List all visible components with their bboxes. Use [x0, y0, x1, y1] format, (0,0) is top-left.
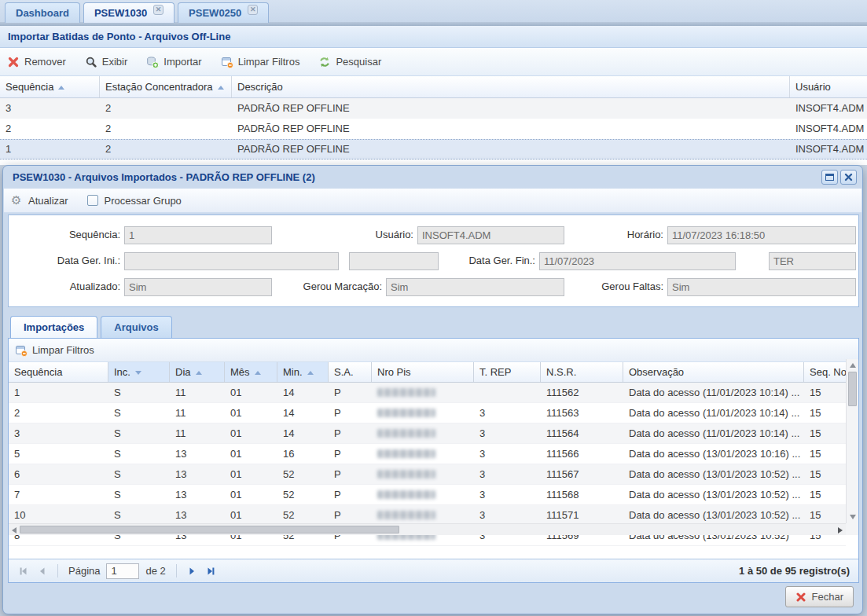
modal-toolbar: ⚙ Atualizar Processar Grupo [4, 189, 861, 213]
nro-pis-redacted-value [377, 470, 435, 478]
atualizar-button[interactable]: ⚙ Atualizar [11, 194, 68, 207]
usuario-label: Usuário: [303, 226, 413, 244]
scroll-left-icon[interactable] [12, 527, 17, 534]
maximize-button[interactable] [821, 170, 838, 185]
nro-pis-redacted-value [377, 388, 435, 397]
separator [176, 564, 177, 578]
gerou-marcacao-label: Gerou Marcação: [272, 278, 382, 295]
atualizado-field: Sim [124, 278, 272, 296]
scroll-right-icon[interactable] [838, 527, 843, 534]
inner-tabbar: Importações Arquivos [10, 316, 172, 338]
column-header-nro-pis[interactable]: Nro Pis [372, 362, 474, 382]
data-ger-fin-dia-field: TER [769, 252, 856, 270]
sequencia-field: 1 [124, 226, 272, 244]
column-header-nsr[interactable]: N.S.R. [541, 362, 623, 382]
separator [57, 564, 58, 578]
nro-pis-redacted-value [377, 490, 435, 499]
column-header-observacao[interactable]: Observação [623, 362, 804, 382]
close-icon [844, 173, 853, 182]
vertical-scroll-thumb[interactable] [848, 372, 857, 406]
pagina-label: Página [68, 565, 100, 577]
tab-psew1030[interactable]: PSEW1030 ✕ [83, 2, 175, 23]
maximize-icon [825, 174, 834, 181]
column-header-sequencia[interactable]: Sequência [9, 362, 108, 382]
main-toolbar: Remover Exibir Importar Limpar Filtros P… [0, 48, 867, 76]
column-header-mes[interactable]: Mês [225, 362, 277, 382]
main-grid-header: Sequência Estação Concentradora Descriçã… [0, 76, 867, 98]
clear-filters-icon [221, 56, 233, 68]
close-button[interactable] [840, 170, 857, 185]
next-page-button[interactable] [184, 563, 200, 579]
page-count-label: de 2 [145, 565, 165, 577]
nro-pis-redacted-value [377, 449, 435, 458]
sort-desc-icon [135, 371, 141, 375]
column-header-sequencia[interactable]: Sequência [0, 76, 100, 97]
limpar-filtros-label: Limpar Filtros [238, 56, 300, 68]
tab-psew0250[interactable]: PSEW0250 ✕ [178, 2, 269, 23]
remover-button[interactable]: Remover [7, 56, 66, 68]
import-icon [146, 56, 159, 68]
atualizado-label: Atualizado: [10, 278, 120, 295]
table-row[interactable]: 2 S 11 01 14 P 3 111563 Data do acesso (… [9, 403, 846, 424]
limpar-filtros-button[interactable]: Limpar Filtros [221, 56, 300, 68]
usuario-field: INSOFT4.ADM [417, 226, 564, 244]
column-header-estacao[interactable]: Estação Concentradora [100, 76, 232, 97]
tab-close-icon[interactable]: ✕ [153, 5, 163, 15]
table-row[interactable]: 1 S 11 01 14 P 111562 Data do acesso (11… [9, 383, 846, 403]
refresh-search-icon [318, 56, 331, 68]
modal-title-text: PSEW1030 - Arquivos Importados - PADRÃO … [13, 171, 315, 183]
table-row[interactable]: 7 S 13 01 52 P 3 111568 Data do acesso (… [9, 485, 846, 505]
importar-button[interactable]: Importar [146, 56, 201, 68]
fechar-button[interactable]: Fechar [785, 586, 854, 607]
scroll-up-icon[interactable] [850, 363, 856, 368]
column-header-inc[interactable]: Inc. [108, 362, 170, 382]
table-row[interactable]: 6 S 13 01 52 P 3 111567 Data do acesso (… [9, 464, 846, 485]
column-header-usuario[interactable]: Usuário [790, 76, 867, 97]
processar-grupo-label: Processar Grupo [105, 195, 182, 207]
data-ger-fin-label: Data Ger. Fin.: [425, 252, 535, 270]
column-header-dia[interactable]: Dia [170, 362, 225, 382]
sequencia-label: Sequência: [10, 226, 120, 244]
column-header-t-rep[interactable]: T. REP [474, 362, 541, 382]
horizontal-scrollbar[interactable] [9, 523, 846, 535]
pesquisar-button[interactable]: Pesquisar [318, 56, 381, 68]
horizontal-scroll-thumb[interactable] [20, 526, 399, 534]
tab-arquivos[interactable]: Arquivos [101, 316, 171, 338]
panel-title: Importar Batidas de Ponto - Arquivos Off… [0, 26, 867, 48]
vertical-scrollbar[interactable] [846, 359, 858, 523]
remove-x-icon [7, 56, 20, 68]
sort-asc-icon [58, 86, 64, 90]
close-x-icon [795, 592, 806, 603]
exibir-button[interactable]: Exibir [85, 56, 128, 68]
records-status: 1 à 50 de 95 registro(s) [739, 565, 851, 577]
tab-dashboard[interactable]: Dashboard [5, 2, 80, 23]
paging-toolbar: Página de 2 1 à 50 de 95 registro(s) [9, 559, 858, 582]
scroll-down-icon[interactable] [850, 515, 856, 519]
last-page-icon [204, 565, 217, 578]
last-page-button[interactable] [203, 563, 219, 579]
table-row-selected[interactable]: 1 2 PADRÃO REP OFFLINE INSOFT4.ADM [0, 139, 867, 160]
column-header-descricao[interactable]: Descrição [232, 76, 790, 97]
detail-form: Sequência: 1 Usuário: INSOFT4.ADM Horári… [8, 214, 859, 307]
table-row[interactable]: 2 2 PADRÃO REP OFFLINE INSOFT4.ADM [0, 119, 867, 139]
column-header-sa[interactable]: S.A. [329, 362, 372, 382]
page-input[interactable] [106, 563, 139, 579]
remover-label: Remover [24, 56, 66, 68]
exibir-label: Exibir [102, 56, 128, 68]
first-page-icon [17, 565, 30, 578]
nro-pis-redacted-value [377, 409, 435, 417]
application-window: Dashboard PSEW1030 ✕ PSEW0250 ✕ Importar… [0, 0, 867, 616]
data-ger-fin-field: 11/07/2023 [539, 252, 736, 270]
table-row[interactable]: 3 2 PADRÃO REP OFFLINE INSOFT4.ADM [0, 98, 867, 119]
limpar-filtros-label: Limpar Filtros [32, 344, 94, 356]
table-row[interactable]: 5 S 13 01 16 P 3 111566 Data do acesso (… [9, 444, 846, 464]
tab-importacoes[interactable]: Importações [10, 316, 97, 338]
limpar-filtros-button[interactable]: Limpar Filtros [15, 344, 94, 357]
table-row[interactable]: 3 S 11 01 14 P 3 111564 Data do acesso (… [9, 424, 846, 444]
tab-close-icon[interactable]: ✕ [248, 5, 258, 15]
atualizar-label: Atualizar [28, 195, 68, 207]
prev-page-icon [36, 565, 49, 578]
processar-grupo-checkbox[interactable] [87, 195, 98, 206]
column-header-min[interactable]: Min. [277, 362, 329, 382]
tab-label: Dashboard [16, 4, 69, 23]
